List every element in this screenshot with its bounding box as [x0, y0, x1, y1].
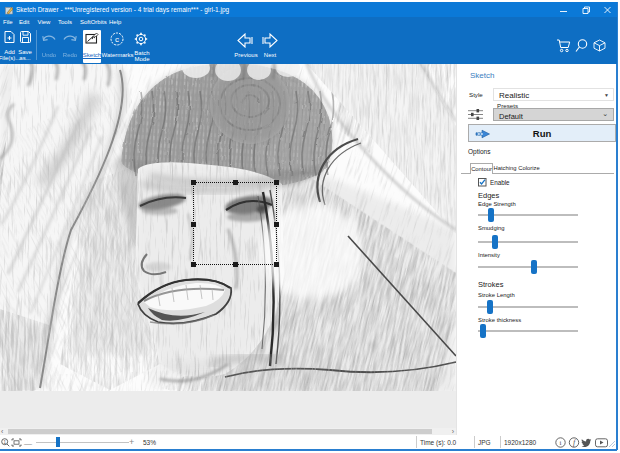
svg-text:f: f	[573, 438, 577, 447]
svg-text:i: i	[560, 439, 562, 447]
svg-text:c: c	[115, 35, 119, 44]
svg-text:1: 1	[3, 440, 6, 445]
